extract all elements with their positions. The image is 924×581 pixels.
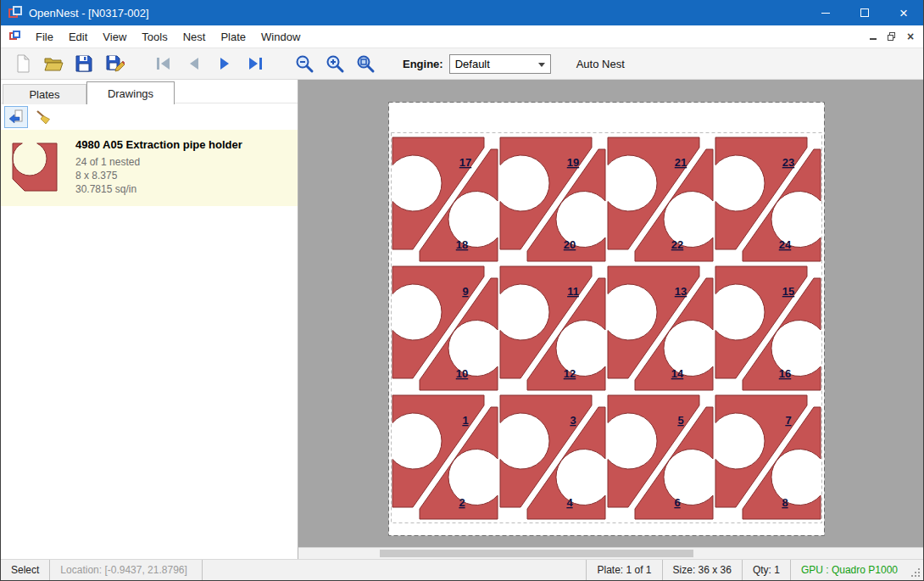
minimize-icon: [821, 13, 830, 14]
resize-grip[interactable]: [908, 560, 923, 580]
menu-bar: File Edit View Tools Nest Plate Window ×: [1, 25, 923, 47]
zoom-fit-icon: [355, 53, 376, 74]
nest-canvas[interactable]: 171819202122232491011121314151612345678: [298, 80, 923, 559]
part-number-label: 24: [779, 238, 792, 251]
open-folder-icon: [43, 53, 64, 74]
plate-sheet[interactable]: 171819202122232491011121314151612345678: [388, 102, 825, 539]
save-edit-button[interactable]: [99, 50, 130, 77]
mdi-close-button[interactable]: ×: [901, 28, 920, 45]
nav-first-button[interactable]: [148, 50, 179, 77]
window-title: OpenNest - [N0317-002]: [29, 7, 149, 20]
part-number-label: 17: [459, 156, 471, 169]
left-panel: Plates Drawings: [1, 80, 298, 559]
part-number-label: 8: [782, 496, 788, 509]
nav-last-button[interactable]: [240, 50, 270, 77]
part-number-label: 3: [570, 414, 576, 427]
mdi-minimize-icon: [870, 38, 877, 40]
drawing-size: 8 x 8.375: [75, 169, 242, 182]
zoom-out-button[interactable]: [289, 50, 320, 77]
engine-select[interactable]: Default: [449, 54, 551, 74]
tab-drawings[interactable]: Drawings: [86, 81, 175, 104]
status-gpu: GPU : Quadro P1000: [790, 560, 908, 580]
menu-item-view[interactable]: View: [95, 25, 134, 47]
panel-tabstrip: Plates Drawings: [1, 80, 298, 103]
return-part-button[interactable]: [4, 106, 28, 128]
broom-icon: [35, 109, 52, 126]
part-number-label: 5: [677, 414, 683, 427]
close-icon: ×: [899, 6, 908, 20]
drawing-title: 4980 A05 Extraction pipe holder: [75, 138, 242, 151]
zoom-fit-button[interactable]: [350, 50, 381, 77]
status-size: Size: 36 x 36: [662, 560, 742, 580]
part-number-label: 23: [782, 156, 794, 169]
part-number-label: 10: [456, 367, 468, 380]
auto-nest-button[interactable]: Auto Nest: [576, 58, 625, 70]
nav-next-button[interactable]: [209, 50, 240, 77]
drawing-list-item[interactable]: 4980 A05 Extraction pipe holder 24 of 1 …: [1, 130, 298, 206]
mdi-restore-icon: [888, 32, 896, 41]
close-button[interactable]: ×: [884, 0, 923, 25]
minimize-button[interactable]: [806, 0, 845, 25]
mdi-controls: ×: [864, 25, 920, 47]
part-thumbnail: [11, 138, 60, 194]
part-number-label: 2: [459, 496, 465, 509]
nav-prev-button[interactable]: [179, 50, 209, 77]
chevron-down-icon: [538, 63, 545, 67]
main-toolbar: Engine: Default Auto Nest: [1, 47, 923, 80]
menu-item-tools[interactable]: Tools: [134, 25, 175, 47]
part-number-label: 19: [567, 156, 579, 169]
mdi-close-icon: ×: [907, 30, 914, 43]
part-number-label: 6: [674, 496, 680, 509]
opennest-window: OpenNest - [N0317-002] × File Edit View …: [0, 0, 924, 581]
nav-last-icon: [245, 53, 265, 74]
horizontal-scrollbar[interactable]: [298, 547, 923, 559]
menu-item-window[interactable]: Window: [253, 25, 308, 47]
part-number-label: 9: [462, 285, 468, 298]
part-number-label: 21: [675, 156, 687, 169]
part-number-label: 14: [671, 367, 684, 380]
nav-next-icon: [214, 53, 235, 74]
arrow-left-icon: [8, 109, 25, 126]
part-number-label: 16: [779, 367, 791, 380]
save-icon: [74, 53, 94, 74]
menu-item-plate[interactable]: Plate: [213, 25, 253, 47]
menu-item-nest[interactable]: Nest: [175, 25, 214, 47]
menu-item-file[interactable]: File: [28, 25, 61, 47]
zoom-in-button[interactable]: [320, 50, 350, 77]
status-mode: Select: [1, 560, 50, 580]
part-number-label: 12: [564, 367, 576, 380]
clear-nest-button[interactable]: [31, 106, 55, 128]
title-bar: OpenNest - [N0317-002] ×: [1, 0, 923, 25]
part-number-label: 22: [671, 238, 683, 251]
mdi-child-icon[interactable]: [9, 31, 21, 42]
maximize-icon: [860, 8, 869, 17]
part-number-label: 4: [566, 496, 573, 509]
engine-selected-value: Default: [455, 58, 490, 70]
part-number-label: 11: [567, 285, 579, 298]
new-button[interactable]: [8, 50, 38, 77]
status-qty: Qty: 1: [742, 560, 790, 580]
status-plate: Plate: 1 of 1: [586, 560, 661, 580]
part-number-label: 18: [456, 238, 468, 251]
save-button[interactable]: [69, 50, 99, 77]
mdi-restore-button[interactable]: [882, 28, 901, 45]
save-edit-icon: [104, 53, 125, 74]
zoom-in-icon: [325, 53, 345, 74]
part-number-label: 7: [785, 414, 791, 427]
mdi-minimize-button[interactable]: [864, 28, 882, 45]
resize-grip-icon: [910, 567, 921, 578]
tab-plates[interactable]: Plates: [3, 84, 86, 104]
drawings-toolbar: [1, 103, 298, 130]
nav-first-icon: [153, 53, 174, 74]
status-bar: Select Location: [-0.9437, 21.8796] Plat…: [1, 559, 923, 580]
part-number-label: 13: [675, 285, 687, 298]
part-number-label: 1: [462, 414, 468, 427]
nav-prev-icon: [184, 53, 204, 74]
maximize-button[interactable]: [845, 0, 884, 25]
menu-item-edit[interactable]: Edit: [61, 25, 95, 47]
scrollbar-thumb[interactable]: [380, 550, 693, 557]
engine-label: Engine:: [403, 58, 443, 70]
part-number-label: 15: [782, 285, 794, 298]
open-button[interactable]: [38, 50, 69, 77]
drawing-area: 30.7815 sq/in: [75, 182, 242, 196]
